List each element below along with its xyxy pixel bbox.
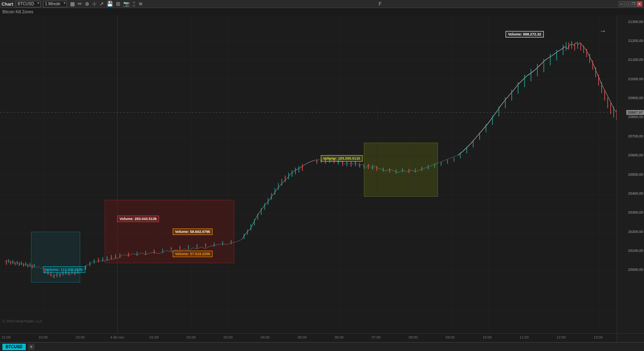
arrow-icon[interactable]: ↗ [99,1,105,7]
zoom-icon[interactable]: ⊕ [84,1,90,7]
time-04: 04:00 [260,335,270,339]
symbol-dropdown-wrap[interactable]: BTCUSD [16,1,41,7]
vol-box-top: Volume: 898.272.32 [506,31,543,37]
time-22: 22:00 [39,335,48,339]
window-controls: ─ □ ❐ ✕ [618,1,642,7]
timeframe-dropdown-wrap[interactable]: 1 Minute [43,1,67,7]
price-20100: 20100,00 [628,249,643,253]
time-06: 06:00 [334,335,344,339]
bar-chart-icon[interactable]: ▦ [69,1,76,7]
price-20400: 20400,00 [628,191,643,195]
price-21100: 21100,00 [628,58,643,62]
time-10: 10:00 [483,335,492,339]
pointer-icon[interactable]: ⊹ [91,1,97,7]
vol-box-cyan: Volume: 112.945.063k [43,266,85,273]
current-price-label: 20867,97 [626,110,644,115]
chart-label: Chart [2,2,13,6]
time-09: 09:00 [446,335,455,339]
bottom-bar: BTCUSD + [0,342,644,351]
time-axis-corner [617,334,644,342]
chart-main: → Volume: 112.945.063k Volume: 283.043.5… [0,15,644,333]
titlebar: Chart BTCUSD 1 Minute ▦ ✏ ⊕ ⊹ ↗ 💾 ⊞ 📷 ⌶ … [0,0,644,8]
toolbar: ▦ ✏ ⊕ ⊹ ↗ 💾 ⊞ 📷 ⌶ ≋ [69,1,144,7]
time-axis: 21:00 22:00 23:00 4 de nov 01:00 02:00 0… [0,334,617,342]
f-label: F [379,1,382,7]
minimize-button[interactable]: ─ [619,1,624,7]
grid-icon[interactable]: ⊞ [115,1,121,7]
time-nov4: 4 de nov [110,335,124,339]
time-08: 08:00 [409,335,418,339]
time-01: 01:00 [150,335,159,339]
chart-area: Bitcoin Kill Zones [0,8,644,351]
time-12: 12:00 [557,335,566,339]
price-20600: 20600,00 [628,153,643,157]
price-21000: 21000,00 [628,77,643,81]
symbol-dropdown[interactable]: BTCUSD [16,1,41,7]
price-20700: 20700,00 [628,134,643,138]
save-icon[interactable]: 💾 [106,1,114,7]
price-21300: 21300,00 [628,20,643,24]
price-20200: 20200,00 [628,230,643,234]
chart-svg: → [0,15,617,333]
price-20300: 20300,00 [628,210,643,214]
time-21: 21:00 [2,335,11,339]
vol-box-yellow: Volume: 183.265.511k [321,155,363,162]
chart-canvas[interactable]: → Volume: 112.945.063k Volume: 283.043.5… [0,15,617,333]
price-axis: 21300,00 21200,00 21100,00 21000,00 2090… [617,15,644,333]
price-20000: 20000,00 [628,268,643,272]
time-02: 02:00 [187,335,196,339]
time-13: 13:00 [594,335,603,339]
vol-box-red: Volume: 283.043.513k [117,216,159,222]
indicator-bar: Bitcoin Kill Zones [0,8,644,15]
restore-button[interactable]: ❐ [631,1,636,7]
time-23: 23:00 [76,335,85,339]
price-20500: 20500,00 [628,172,643,177]
time-07: 07:00 [372,335,381,339]
price-20900: 20900,00 [628,96,643,100]
svg-text:→: → [599,27,606,35]
price-21200: 21200,00 [628,39,643,43]
price-20800: 20800,00 [628,115,643,119]
add-tab-button[interactable]: + [28,344,35,350]
timeframe-dropdown[interactable]: 1 Minute [43,1,67,7]
camera-icon[interactable]: 📷 [122,1,130,7]
measure-icon[interactable]: ⌶ [132,1,136,7]
time-axis-row: 21:00 22:00 23:00 4 de nov 01:00 02:00 0… [0,333,644,342]
f-label-area: F [379,1,382,7]
vol-box-orange2: Volume: 57.519.225k [173,251,213,257]
time-11: 11:00 [520,335,529,339]
chart-tab[interactable]: BTCUSD [2,344,26,350]
vol-box-orange: Volume: 58.602.079k [173,228,213,235]
indicator-label: Bitcoin Kill Zones [2,10,33,14]
settings-icon[interactable]: ≋ [138,1,144,7]
copyright: © 2022 NinjaTrader, LLC [2,319,42,323]
time-03: 03:00 [224,335,233,339]
maximize-button[interactable]: □ [625,1,630,7]
close-button[interactable]: ✕ [637,1,642,7]
pencil-icon[interactable]: ✏ [77,1,83,7]
time-05: 05:00 [297,335,307,339]
